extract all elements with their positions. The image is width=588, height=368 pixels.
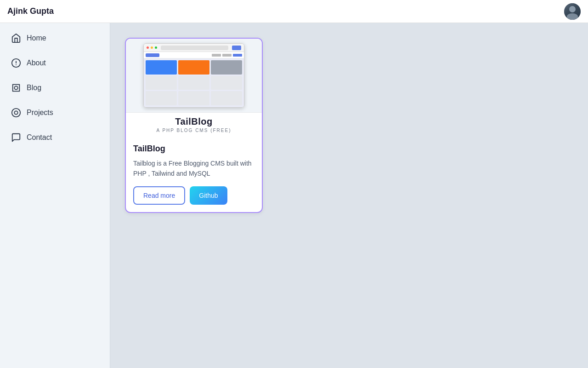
browser-dot-yellow (151, 46, 153, 49)
sidebar-item-home-label: Home (27, 34, 46, 42)
browser-dot-red (147, 46, 149, 49)
header: Ajink Gupta (0, 0, 588, 23)
browser-url-bar (161, 46, 228, 50)
contact-icon (11, 132, 21, 143)
mini-block-2 (146, 76, 177, 90)
avatar[interactable] (564, 3, 581, 20)
browser-content (144, 52, 244, 107)
project-card: TailBlog A PHP BLOG CMS (FREE) TailBlog … (125, 38, 263, 213)
mini-browser-mockup (143, 43, 244, 108)
mini-block-3 (146, 91, 177, 105)
mini-col-2 (178, 60, 209, 105)
mini-body (144, 58, 244, 107)
mini-nav-link-1 (212, 54, 221, 57)
sidebar-item-home[interactable]: Home (4, 27, 106, 50)
mini-col-3 (211, 60, 242, 105)
blog-icon (11, 83, 21, 93)
mini-nav-link-3 (233, 54, 242, 57)
mini-block-9 (211, 91, 242, 105)
tailblog-subtitle: A PHP BLOG CMS (FREE) (131, 128, 256, 133)
avatar-image (564, 3, 581, 20)
home-icon (11, 33, 21, 43)
mini-block-6 (178, 91, 209, 105)
sidebar-item-contact[interactable]: Contact (4, 126, 106, 149)
mini-nav (144, 52, 244, 58)
sidebar-item-about[interactable]: About (4, 52, 106, 75)
card-body: TailBlog Tailblog is a Free Blogging CMS… (126, 137, 262, 212)
tailblog-logo: TailBlog (131, 116, 256, 127)
card-title-section: TailBlog A PHP BLOG CMS (FREE) (126, 112, 262, 137)
mini-block-7 (211, 60, 242, 75)
sidebar: Home About Blog Projects (0, 23, 110, 368)
sidebar-item-blog[interactable]: Blog (4, 76, 106, 99)
card-description: Tailblog is a Free Blogging CMS built wi… (133, 158, 254, 179)
svg-point-5 (14, 111, 17, 114)
github-button[interactable]: Github (190, 186, 227, 205)
sidebar-item-projects[interactable]: Projects (4, 101, 106, 124)
sidebar-item-contact-label: Contact (27, 133, 52, 142)
svg-point-4 (12, 109, 20, 117)
mini-browser-bar (144, 44, 244, 52)
mini-block-1 (146, 60, 177, 75)
mini-col-1 (146, 60, 177, 105)
mini-block-8 (211, 76, 242, 90)
sidebar-item-blog-label: Blog (27, 84, 41, 92)
about-icon (11, 58, 21, 68)
browser-button (232, 46, 241, 50)
sidebar-item-about-label: About (27, 59, 46, 67)
mini-logo (146, 53, 159, 57)
mini-nav-link-2 (222, 54, 232, 57)
mini-nav-links (212, 54, 242, 57)
card-project-title: TailBlog (133, 144, 254, 154)
main-content: TailBlog A PHP BLOG CMS (FREE) TailBlog … (110, 23, 588, 368)
card-actions: Read more Github (133, 186, 254, 205)
browser-dot-green (155, 46, 157, 49)
mini-block-4 (178, 60, 209, 75)
read-more-button[interactable]: Read more (133, 186, 185, 205)
layout: Home About Blog Projects (0, 23, 588, 368)
svg-point-3 (14, 86, 17, 89)
site-title: Ajink Gupta (7, 6, 54, 16)
project-image (126, 39, 262, 112)
sidebar-item-projects-label: Projects (27, 109, 53, 117)
mini-block-5 (178, 76, 209, 90)
projects-icon (11, 108, 21, 118)
